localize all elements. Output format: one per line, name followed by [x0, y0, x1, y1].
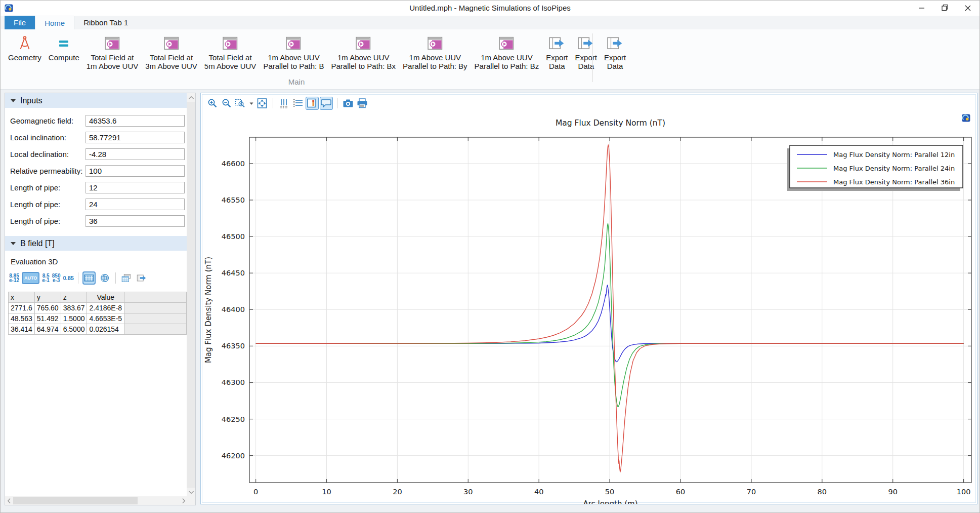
table-cell[interactable]: 4.6653E-5 [87, 313, 124, 324]
scrollbar-corner [187, 496, 195, 505]
ribbon-button-1m-above-uuv-parallel-to-path-bx[interactable]: 1m Above UUVParallel to Path: Bx [327, 32, 399, 71]
column-header-value[interactable]: Value [87, 292, 124, 303]
restore-button[interactable] [933, 1, 956, 16]
ribbon: GeometryComputeTotal Field at1m Above UU… [1, 29, 979, 90]
svg-text:46300: 46300 [222, 378, 245, 386]
form-row-length-of-pipe: Length of pipe: [10, 181, 185, 193]
ribbon-button-total-field-at-3m-above-uuv[interactable]: Total Field at3m Above UUV [142, 32, 201, 71]
tab-file[interactable]: File [5, 16, 35, 29]
column-header-z[interactable]: z [61, 292, 87, 303]
relative-permeability-input[interactable] [86, 165, 185, 177]
export-data-icon [549, 33, 565, 53]
local-inclination-input[interactable] [86, 132, 185, 143]
globe-view-icon[interactable] [98, 271, 111, 285]
ribbon-group-separator [592, 33, 593, 82]
length-of-pipe-input[interactable] [86, 215, 185, 227]
form-row-local-declination: Local declination: [10, 148, 185, 160]
column-header-filler [124, 292, 187, 303]
comsol-logo-icon[interactable] [962, 114, 970, 122]
table-cell[interactable]: 64.974 [34, 324, 61, 335]
table-cell[interactable]: 48.563 [9, 313, 35, 324]
length-of-pipe-input[interactable] [86, 182, 185, 193]
table-cell[interactable]: 51.492 [34, 313, 61, 324]
app-window: Untitled.mph - Magnetic Simulations of I… [0, 0, 980, 513]
svg-text:46450: 46450 [222, 269, 245, 277]
bfield-section-header[interactable]: B field [T] [5, 236, 187, 251]
ribbon-button-1m-above-uuv-parallel-to-path-by[interactable]: 1m Above UUVParallel to Path: By [399, 32, 471, 71]
unit-si-icon[interactable]: 8.85e-12 [9, 273, 19, 283]
zoom-box-icon[interactable] [234, 97, 247, 110]
unit-deci-icon[interactable]: 8.5e-1 [42, 273, 49, 283]
scroll-down-button[interactable] [187, 488, 195, 496]
column-header-x[interactable]: x [9, 292, 35, 303]
table-cell[interactable]: 2771.6 [9, 303, 35, 313]
zoom-in-icon[interactable] [206, 97, 219, 110]
horizontal-scrollbar[interactable] [5, 496, 188, 505]
table-view-icon[interactable] [82, 271, 96, 285]
tab-ribbon-tab-1[interactable]: Ribbon Tab 1 [74, 16, 137, 29]
ribbon-button-compute[interactable]: Compute [45, 32, 83, 63]
y-axis-grid-icon[interactable] [291, 97, 305, 110]
tooltip-toggle-icon[interactable] [320, 97, 333, 110]
ribbon-button-1m-above-uuv-parallel-to-path-b[interactable]: 1m Above UUVParallel to Path: B [260, 32, 327, 71]
table-cell[interactable]: 2.4186E-8 [87, 303, 124, 313]
local-declination-input[interactable] [86, 148, 185, 160]
zoom-extents-icon[interactable] [255, 97, 269, 110]
length-of-pipe-input[interactable] [86, 199, 185, 210]
table-row[interactable]: 2771.6765.60383.672.4186E-8 [9, 303, 187, 313]
table-cell[interactable]: 1.5000 [61, 313, 87, 324]
field-label: Local inclination: [10, 133, 66, 142]
unit-milli-icon[interactable]: 850e-3 [52, 273, 61, 283]
copy-table-icon[interactable] [120, 271, 133, 285]
ribbon-button-label: Total Field at5m Above UUV [204, 53, 257, 70]
table-row[interactable]: 48.56351.4921.50004.6653E-5 [9, 313, 187, 324]
settings-panel: Inputs Geomagnetic field:Local inclinati… [5, 93, 196, 505]
print-icon[interactable] [356, 97, 369, 110]
auto-unit-button[interactable]: AUTO [22, 272, 39, 284]
unit-plain-icon[interactable]: 0.85 [63, 276, 74, 281]
table-cell[interactable]: 765.60 [34, 303, 61, 313]
ribbon-group-label: Main [1, 77, 592, 86]
table-cell[interactable]: 383.67 [61, 303, 87, 313]
ribbon-button-label: Total Field at1m Above UUV [87, 53, 139, 70]
ribbon-button-1m-above-uuv-parallel-to-path-bz[interactable]: 1m Above UUVParallel to Path: Bz [471, 32, 543, 71]
table-row[interactable]: 36.41464.9746.50000.026154 [9, 324, 187, 335]
svg-text:46550: 46550 [222, 196, 245, 204]
ribbon-button-label: ExportData [546, 53, 568, 70]
ribbon-button-total-field-at-1m-above-uuv[interactable]: Total Field at1m Above UUV [83, 32, 142, 71]
plot-canvas[interactable]: 0102030405060708090100462004625046300463… [202, 112, 976, 504]
ribbon-button-geometry[interactable]: Geometry [5, 32, 45, 63]
table-cell[interactable]: 6.5000 [61, 324, 87, 335]
scrollbar-thumb[interactable] [13, 497, 138, 504]
result-table[interactable]: xyzValue2771.6765.60383.672.4186E-848.56… [8, 292, 187, 335]
field-label: Local declination: [10, 150, 69, 159]
main-content: Inputs Geomagnetic field:Local inclinati… [1, 90, 979, 513]
geomagnetic-field-input[interactable] [86, 115, 185, 127]
table-cell[interactable]: 0.026154 [87, 324, 124, 335]
ribbon-button-label: 1m Above UUVParallel to Path: Bz [475, 53, 539, 70]
vertical-scrollbar[interactable] [187, 93, 195, 496]
snapshot-icon[interactable] [342, 97, 355, 110]
column-header-y[interactable]: y [34, 292, 61, 303]
ribbon-button-label: 1m Above UUVParallel to Path: B [263, 53, 324, 70]
x-axis-grid-icon[interactable] [277, 97, 290, 110]
ribbon-button-total-field-at-5m-above-uuv[interactable]: Total Field at5m Above UUV [201, 32, 260, 71]
tab-home[interactable]: Home [35, 16, 74, 29]
table-cell[interactable]: 36.414 [9, 324, 35, 335]
plot-window-icon [356, 33, 371, 53]
zoom-out-icon[interactable] [220, 97, 233, 110]
geometry-compass-icon [17, 33, 32, 53]
svg-text:46350: 46350 [222, 342, 245, 350]
ribbon-button-export-data[interactable]: ExportData [601, 32, 629, 71]
ribbon-button-export-data[interactable]: ExportData [572, 32, 601, 71]
svg-text:90: 90 [888, 488, 897, 496]
scroll-up-button[interactable] [187, 93, 195, 102]
close-button[interactable] [956, 1, 979, 16]
export-table-icon[interactable] [136, 271, 149, 285]
minimize-button[interactable] [910, 1, 933, 16]
inputs-section-header[interactable]: Inputs [5, 93, 187, 108]
ribbon-button-export-data[interactable]: ExportData [542, 32, 571, 71]
dropdown-caret-icon[interactable] [248, 97, 254, 110]
legend-toggle-icon[interactable] [306, 97, 319, 110]
scroll-left-button[interactable] [5, 496, 13, 505]
